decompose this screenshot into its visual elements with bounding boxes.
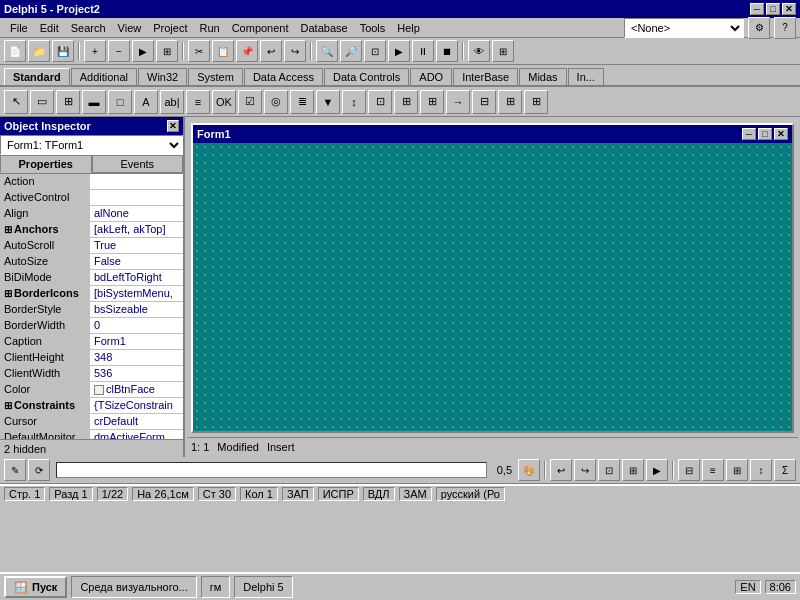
palette-check[interactable]: ☑ bbox=[238, 90, 262, 114]
btn-redo[interactable]: ↪ bbox=[284, 40, 306, 62]
menu-component[interactable]: Component bbox=[226, 20, 295, 36]
prop-name-autosize[interactable]: AutoSize bbox=[0, 254, 90, 269]
btn-b7[interactable]: ≡ bbox=[702, 459, 724, 481]
tab-standard[interactable]: Standard bbox=[4, 68, 70, 85]
palette-frame[interactable]: ▭ bbox=[30, 90, 54, 114]
palette-combo[interactable]: ▼ bbox=[316, 90, 340, 114]
menu-database[interactable]: Database bbox=[295, 20, 354, 36]
palette-btn2[interactable]: OK bbox=[212, 90, 236, 114]
prop-name-constraints[interactable]: ⊞Constraints bbox=[0, 398, 90, 413]
btn-b4[interactable]: ⊞ bbox=[622, 459, 644, 481]
btn-stop[interactable]: ⏹ bbox=[436, 40, 458, 62]
tab-data-controls[interactable]: Data Controls bbox=[324, 68, 409, 85]
btn-open2[interactable]: ▶ bbox=[132, 40, 154, 62]
prop-name-borderstyle[interactable]: BorderStyle bbox=[0, 302, 90, 317]
palette-group[interactable]: ⊡ bbox=[368, 90, 392, 114]
prop-name-color[interactable]: Color bbox=[0, 382, 90, 397]
prop-name-autoscroll[interactable]: AutoScroll bbox=[0, 238, 90, 253]
start-button[interactable]: 🪟 Пуск bbox=[4, 576, 67, 598]
prop-name-defaultmonitor[interactable]: DefaultMonitor bbox=[0, 430, 90, 439]
taskbar-item-delphi[interactable]: Delphi 5 bbox=[234, 576, 292, 598]
btn-open[interactable]: 📁 bbox=[28, 40, 50, 62]
palette-radio-grp[interactable]: ⊞ bbox=[394, 90, 418, 114]
form1-canvas[interactable] bbox=[193, 143, 792, 431]
prop-value-autosize[interactable]: False bbox=[90, 254, 183, 269]
prop-value-caption[interactable]: Form1 bbox=[90, 334, 183, 349]
palette-cursor[interactable]: ↖ bbox=[4, 90, 28, 114]
form1-close-btn[interactable]: ✕ bbox=[774, 128, 788, 140]
btn-draw2[interactable]: ⟳ bbox=[28, 459, 50, 481]
btn-run[interactable]: ▶ bbox=[388, 40, 410, 62]
btn-b5[interactable]: ▶ bbox=[646, 459, 668, 481]
menu-edit[interactable]: Edit bbox=[34, 20, 65, 36]
menu-help[interactable]: Help bbox=[391, 20, 426, 36]
menu-view[interactable]: View bbox=[112, 20, 148, 36]
palette-panel[interactable]: ▬ bbox=[82, 90, 106, 114]
btn-b9[interactable]: ↕ bbox=[750, 459, 772, 481]
palette-extra[interactable]: ⊞ bbox=[524, 90, 548, 114]
tab-midas[interactable]: Midas bbox=[519, 68, 566, 85]
component-combo[interactable]: <None> bbox=[624, 18, 744, 38]
btn-copy[interactable]: 📋 bbox=[212, 40, 234, 62]
prop-name-clientwidth[interactable]: ClientWidth bbox=[0, 366, 90, 381]
prop-name-activecontrol[interactable]: ActiveControl bbox=[0, 190, 90, 205]
prop-name-bidimode[interactable]: BiDiMode bbox=[0, 270, 90, 285]
tab-interbase[interactable]: InterBase bbox=[453, 68, 518, 85]
oi-tab-properties[interactable]: Properties bbox=[0, 155, 92, 173]
menu-project[interactable]: Project bbox=[147, 20, 193, 36]
tray-lang[interactable]: EN bbox=[735, 580, 760, 594]
btn-inspect[interactable]: 🔎 bbox=[340, 40, 362, 62]
palette-memo[interactable]: ≡ bbox=[186, 90, 210, 114]
menu-search[interactable]: Search bbox=[65, 20, 112, 36]
btn-b6[interactable]: ⊟ bbox=[678, 459, 700, 481]
bottom-input[interactable] bbox=[56, 462, 487, 478]
toolbar-btn-extra2[interactable]: ? bbox=[774, 17, 796, 39]
tab-additional[interactable]: Additional bbox=[71, 68, 137, 85]
btn-cut[interactable]: ✂ bbox=[188, 40, 210, 62]
btn-draw1[interactable]: ✎ bbox=[4, 459, 26, 481]
btn-new[interactable]: 📄 bbox=[4, 40, 26, 62]
prop-value-clientwidth[interactable]: 536 bbox=[90, 366, 183, 381]
btn-view2[interactable]: ⊞ bbox=[492, 40, 514, 62]
taskbar-item-1[interactable]: Среда визуального... bbox=[71, 576, 196, 598]
oi-close-button[interactable]: ✕ bbox=[167, 120, 179, 132]
prop-name-clientheight[interactable]: ClientHeight bbox=[0, 350, 90, 365]
btn-remove[interactable]: − bbox=[108, 40, 130, 62]
btn-b10[interactable]: Σ bbox=[774, 459, 796, 481]
prop-name-align[interactable]: Align bbox=[0, 206, 90, 221]
palette-scroll2[interactable]: ↕ bbox=[342, 90, 366, 114]
btn-find[interactable]: 🔍 bbox=[316, 40, 338, 62]
palette-popup[interactable]: ⊞ bbox=[498, 90, 522, 114]
palette-radio[interactable]: ◎ bbox=[264, 90, 288, 114]
tab-ado[interactable]: ADO bbox=[410, 68, 452, 85]
prop-value-constraints[interactable]: {TSizeConstrain bbox=[90, 398, 183, 413]
oi-tab-events[interactable]: Events bbox=[92, 155, 184, 173]
btn-add[interactable]: + bbox=[84, 40, 106, 62]
prop-name-anchors[interactable]: ⊞Anchors bbox=[0, 222, 90, 237]
palette-menu[interactable]: ⊟ bbox=[472, 90, 496, 114]
prop-value-defaultmonitor[interactable]: dmActiveForm bbox=[90, 430, 183, 439]
prop-value-anchors[interactable]: [akLeft, akTop] bbox=[90, 222, 183, 237]
palette-scroll[interactable]: ⊞ bbox=[56, 90, 80, 114]
prop-value-bidimode[interactable]: bdLeftToRight bbox=[90, 270, 183, 285]
btn-save[interactable]: 💾 bbox=[52, 40, 74, 62]
taskbar-item-2[interactable]: гм bbox=[201, 576, 231, 598]
menu-file[interactable]: File bbox=[4, 20, 34, 36]
btn-undo[interactable]: ↩ bbox=[260, 40, 282, 62]
prop-value-action[interactable] bbox=[90, 174, 183, 189]
prop-value-bordericons[interactable]: [biSystemMenu, bbox=[90, 286, 183, 301]
toolbar-btn-extra1[interactable]: ⚙ bbox=[748, 17, 770, 39]
prop-name-cursor[interactable]: Cursor bbox=[0, 414, 90, 429]
prop-name-bordericons[interactable]: ⊞BorderIcons bbox=[0, 286, 90, 301]
palette-label[interactable]: A bbox=[134, 90, 158, 114]
prop-value-cursor[interactable]: crDefault bbox=[90, 414, 183, 429]
btn-color[interactable]: 🎨 bbox=[518, 459, 540, 481]
tab-win32[interactable]: Win32 bbox=[138, 68, 187, 85]
prop-value-clientheight[interactable]: 348 bbox=[90, 350, 183, 365]
btn-save2[interactable]: ⊞ bbox=[156, 40, 178, 62]
prop-value-activecontrol[interactable] bbox=[90, 190, 183, 205]
form1-minimize-btn[interactable]: ─ bbox=[742, 128, 756, 140]
btn-b8[interactable]: ⊞ bbox=[726, 459, 748, 481]
prop-value-borderwidth[interactable]: 0 bbox=[90, 318, 183, 333]
close-button[interactable]: ✕ bbox=[782, 3, 796, 15]
